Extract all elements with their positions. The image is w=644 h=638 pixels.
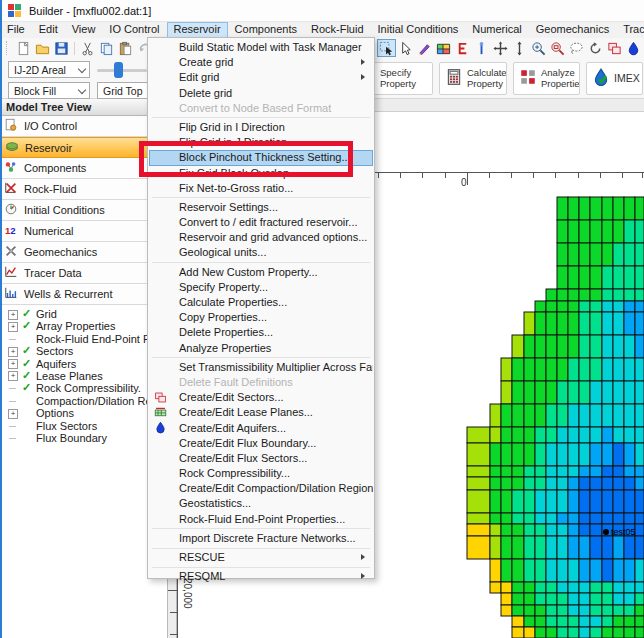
menu-item-create-edit-sectors[interactable]: Create/Edit Sectors... [149, 390, 373, 405]
menubar-item-rock-fluid[interactable]: Rock-Fluid [304, 22, 371, 38]
zoom-slider-handle[interactable] [114, 62, 123, 78]
tree-item-array-properties[interactable]: +✓Array Properties [0, 320, 167, 332]
expand-icon[interactable]: + [8, 359, 18, 369]
menubar-item-file[interactable]: File [0, 22, 32, 38]
checkmark-icon: ✓ [22, 319, 31, 332]
zoom-area-icon[interactable] [548, 39, 567, 57]
calculate-property-button[interactable]: CalculateProperty [439, 62, 507, 95]
menu-item-fix-net-to-gross-ratio[interactable]: Fix Net-to-Gross ratio... [149, 181, 373, 196]
menu-item-flip-grid-in-i-direction[interactable]: Flip Grid in I Direction [149, 120, 373, 135]
menu-item-convert-to-edit-fractured-reservoir[interactable]: Convert to / edit fractured reservoir... [149, 215, 373, 230]
menu-item-create-edit-flux-boundary[interactable]: Create/Edit Flux Boundary... [149, 436, 373, 451]
sectors-icon[interactable] [605, 39, 624, 57]
zoom-in-icon[interactable] [529, 39, 548, 57]
tree-item-flux-sectors[interactable]: Flux Sectors [0, 420, 167, 432]
x-axis-minor-tick [555, 173, 556, 178]
edit-grid-icon[interactable] [453, 39, 472, 57]
probe-tool-icon[interactable] [472, 39, 491, 57]
model-tree-header[interactable]: Model Tree View [0, 98, 167, 116]
menu-separator [152, 528, 370, 529]
well-marker[interactable] [603, 529, 609, 535]
menu-separator [152, 548, 370, 549]
menu-item-label: Create/Edit Flux Boundary... [179, 437, 316, 449]
menu-item-copy-properties[interactable]: Copy Properties... [149, 310, 373, 325]
fill-mode-dropdown[interactable]: Block Fill [8, 82, 90, 99]
menu-item-rescue[interactable]: RESCUE [149, 550, 373, 565]
menu-item-build-static-model-with-task-manager[interactable]: Build Static Model with Task Manager [149, 40, 373, 55]
menu-item-rock-fluid-end-point-properties[interactable]: Rock-Fluid End-Point Properties... [149, 512, 373, 527]
open-file-icon[interactable] [33, 39, 52, 57]
menu-item-label: Reservoir Settings... [179, 201, 278, 213]
menu-item-reservoir-settings[interactable]: Reservoir Settings... [149, 200, 373, 215]
tree-item-rock-compressibility-[interactable]: ✓Rock Compressibility. [0, 382, 167, 394]
select-tool-icon[interactable] [377, 39, 396, 57]
menu-item-geostatistics[interactable]: Geostatistics... [149, 496, 373, 511]
menu-item-calculate-properties[interactable]: Calculate Properties... [149, 295, 373, 310]
analyze-properties-button[interactable]: AnalyzeProperties [513, 62, 580, 95]
sidebar-section-initial-conditions[interactable]: Initial Conditions [0, 200, 167, 221]
menu-item-reservoir-and-grid-advanced-options[interactable]: Reservoir and grid advanced options... [149, 230, 373, 245]
menu-item-delete-properties[interactable]: Delete Properties... [149, 325, 373, 340]
chevron-down-icon [78, 65, 86, 73]
menubar-item-components[interactable]: Components [228, 22, 304, 38]
sidebar-section-tracer-data[interactable]: Tracer Data [0, 263, 167, 284]
menu-item-add-new-custom-property[interactable]: Add New Custom Property... [149, 265, 373, 280]
menu-item-geological-units[interactable]: Geological units... [149, 245, 373, 260]
cut-icon[interactable] [78, 39, 97, 57]
menu-item-delete-grid[interactable]: Delete grid [149, 86, 373, 101]
menu-item-specify-property[interactable]: Specify Property... [149, 280, 373, 295]
expand-icon[interactable]: + [8, 371, 18, 381]
edit-pen-icon[interactable] [415, 39, 434, 57]
rock-fluid-icon [4, 181, 18, 197]
sidebar-section-wells-recurrent[interactable]: Wells & Recurrent [0, 284, 167, 305]
menu-item-rock-compressibility[interactable]: Rock Compressibility... [149, 466, 373, 481]
expand-icon[interactable]: + [8, 347, 18, 357]
menu-item-create-edit-aquifers[interactable]: Create/Edit Aquifers... [149, 421, 373, 436]
menu-item-resqml[interactable]: RESQML [149, 569, 373, 584]
new-file-icon[interactable] [14, 39, 33, 57]
tree-item-label: Array Properties [36, 320, 115, 332]
expand-icon[interactable]: + [8, 310, 18, 320]
expand-icon[interactable]: + [8, 322, 18, 332]
menu-item-create-edit-lease-planes[interactable]: Create/Edit Lease Planes... [149, 405, 373, 420]
sidebar-section-i-o-control[interactable]: I/O Control [0, 116, 167, 137]
grid-colors-icon[interactable] [434, 39, 453, 57]
tree-item-flux-boundary[interactable]: Flux Boundary [0, 432, 167, 444]
sidebar-section-geomechanics[interactable]: Geomechanics [0, 242, 167, 263]
menubar-item-view[interactable]: View [65, 22, 103, 38]
submenu-arrow-icon [361, 74, 365, 80]
expand-icon[interactable]: + [8, 409, 18, 419]
lasso-tool-icon[interactable] [567, 39, 586, 57]
menu-item-create-edit-flux-sectors[interactable]: Create/Edit Flux Sectors... [149, 451, 373, 466]
imex-button[interactable]: IMEX [586, 62, 643, 95]
tree-item-compaction-dilation-regions[interactable]: Compaction/Dilation Regions [0, 395, 167, 407]
menu-item-create-grid[interactable]: Create grid [149, 55, 373, 70]
menu-item-import-discrete-fracture-networks[interactable]: Import Discrete Fracture Networks... [149, 531, 373, 546]
menu-item-edit-grid[interactable]: Edit grid [149, 70, 373, 85]
view-mode-dropdown[interactable]: IJ-2D Areal [8, 61, 90, 78]
menubar-item-io-control[interactable]: IO Control [102, 22, 166, 38]
aquifer-icon[interactable] [624, 39, 643, 57]
menubar-item-reservoir[interactable]: Reservoir [167, 22, 228, 38]
wells-recurrent-icon [4, 286, 18, 302]
pan-tool-icon[interactable] [491, 39, 510, 57]
rotate-tool-icon[interactable] [586, 39, 605, 57]
menu-item-set-transmissibility-multiplier-across-faults[interactable]: Set Transmissibility Multiplier Across F… [149, 360, 373, 375]
paste-icon[interactable] [116, 39, 135, 57]
menubar-item-tracer-data[interactable]: Tracer Data [616, 22, 644, 38]
sidebar-section-rock-fluid[interactable]: Rock-Fluid [0, 179, 167, 200]
menu-item-label: Reservoir and grid advanced options... [179, 231, 367, 243]
save-icon[interactable] [52, 39, 71, 57]
menubar-item-geomechanics[interactable]: Geomechanics [529, 22, 616, 38]
toolbar-separator [74, 42, 75, 55]
tree-item-options[interactable]: +Options [0, 407, 167, 419]
menubar-item-edit[interactable]: Edit [32, 22, 65, 38]
copy-icon[interactable] [97, 39, 116, 57]
menubar-item-numerical[interactable]: Numerical [465, 22, 529, 38]
sidebar-section-numerical[interactable]: 12Numerical [0, 221, 167, 242]
menu-item-analyze-properties[interactable]: Analyze Properties [149, 341, 373, 356]
menubar-item-initial-conditions[interactable]: Initial Conditions [371, 22, 466, 38]
move-vertical-icon[interactable] [510, 39, 529, 57]
menu-item-create-edit-compaction-dilation-regions[interactable]: Create/Edit Compaction/Dilation Regions.… [149, 481, 373, 496]
pointer-tool-icon[interactable] [396, 39, 415, 57]
